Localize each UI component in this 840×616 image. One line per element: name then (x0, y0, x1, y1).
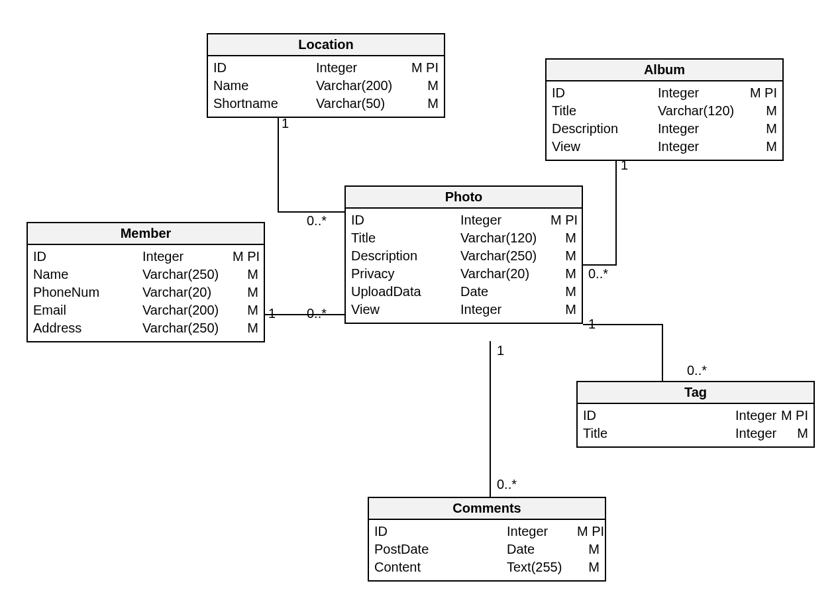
cardinality-comments-many: 0..* (497, 477, 517, 492)
cardinality-tag-many: 0..* (687, 363, 707, 378)
attr-row: EmailVarchar(200)M (33, 301, 258, 319)
entity-photo-body: IDIntegerM PI TitleVarchar(120)M Descrip… (346, 209, 582, 323)
entity-photo-title: Photo (346, 187, 582, 209)
attr-row: DescriptionIntegerM (552, 120, 777, 138)
entity-comments-title: Comments (369, 498, 605, 520)
attr-row: IDIntegerM PI (552, 84, 777, 102)
cardinality-album-one: 1 (621, 158, 628, 173)
entity-comments-body: IDIntegerM PI PostDateDateM ContentText(… (369, 520, 605, 580)
entity-location: Location IDIntegerM PI NameVarchar(200)M… (207, 33, 445, 118)
attr-row: TitleIntegerM (583, 425, 808, 442)
attr-row: IDIntegerM PI (351, 211, 576, 229)
entity-member: Member IDIntegerM PI NameVarchar(250)M P… (26, 222, 265, 342)
attr-row: ViewIntegerM (351, 301, 576, 319)
entity-comments: Comments IDIntegerM PI PostDateDateM Con… (368, 497, 606, 582)
entity-location-body: IDIntegerM PI NameVarchar(200)M Shortnam… (208, 56, 444, 117)
entity-photo: Photo IDIntegerM PI TitleVarchar(120)M D… (344, 185, 583, 324)
attr-row: IDIntegerM PI (583, 407, 808, 425)
cardinality-tag-one: 1 (588, 317, 596, 332)
entity-album: Album IDIntegerM PI TitleVarchar(120)M D… (545, 58, 784, 161)
attr-row: TitleVarchar(120)M (552, 102, 777, 120)
attr-row: AddressVarchar(250)M (33, 319, 258, 337)
attr-row: DescriptionVarchar(250)M (351, 247, 576, 265)
entity-album-body: IDIntegerM PI TitleVarchar(120)M Descrip… (547, 81, 782, 160)
attr-row: NameVarchar(250)M (33, 266, 258, 283)
attr-row: PostDateDateM (374, 540, 600, 558)
attr-row: UploadDataDateM (351, 283, 576, 301)
attr-row: TitleVarchar(120)M (351, 229, 576, 247)
entity-album-title: Album (547, 60, 782, 81)
attr-row: PrivacyVarchar(20)M (351, 265, 576, 283)
cardinality-member-one: 1 (268, 306, 276, 321)
cardinality-member-many: 0..* (307, 306, 327, 321)
entity-location-title: Location (208, 34, 444, 56)
entity-tag: Tag IDIntegerM PI TitleIntegerM (576, 381, 815, 448)
entity-member-body: IDIntegerM PI NameVarchar(250)M PhoneNum… (28, 245, 264, 341)
attr-row: ContentText(255)M (374, 558, 600, 576)
attr-row: IDIntegerM PI (33, 248, 258, 266)
attr-row: ShortnameVarchar(50)M (213, 95, 439, 113)
cardinality-comments-one: 1 (497, 343, 504, 358)
er-diagram: Location IDIntegerM PI NameVarchar(200)M… (0, 0, 840, 616)
attr-row: IDIntegerM PI (213, 59, 439, 77)
attr-row: NameVarchar(200)M (213, 77, 439, 95)
cardinality-location-many: 0..* (307, 213, 327, 229)
attr-row: ViewIntegerM (552, 138, 777, 156)
entity-member-title: Member (28, 223, 264, 245)
cardinality-album-many: 0..* (588, 266, 608, 282)
attr-row: IDIntegerM PI (374, 523, 600, 540)
entity-tag-body: IDIntegerM PI TitleIntegerM (578, 404, 814, 446)
attr-row: PhoneNumVarchar(20)M (33, 283, 258, 301)
cardinality-location-one: 1 (282, 116, 289, 131)
entity-tag-title: Tag (578, 382, 814, 404)
